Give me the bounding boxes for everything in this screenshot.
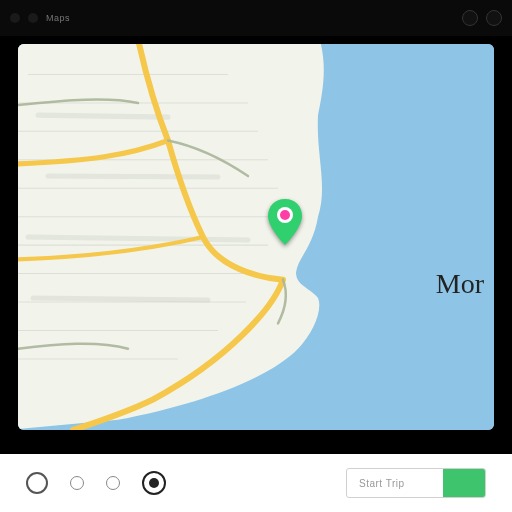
action-chip-accent bbox=[443, 469, 485, 497]
action-chip[interactable]: Start Trip bbox=[346, 468, 486, 498]
map-viewport[interactable]: Mor bbox=[18, 44, 494, 430]
svg-point-17 bbox=[280, 210, 290, 220]
nav-dot-3[interactable] bbox=[106, 476, 120, 490]
map-canvas[interactable] bbox=[18, 44, 494, 430]
map-pin[interactable] bbox=[268, 199, 302, 249]
window-control-dot[interactable] bbox=[28, 13, 38, 23]
toolbar-button[interactable] bbox=[462, 10, 478, 26]
nav-dot-1[interactable] bbox=[26, 472, 48, 494]
window-titlebar: Maps bbox=[0, 0, 512, 36]
svg-line-12 bbox=[38, 115, 168, 117]
toolbar-button[interactable] bbox=[486, 10, 502, 26]
nav-dot-2[interactable] bbox=[70, 476, 84, 490]
svg-line-15 bbox=[33, 298, 208, 300]
svg-line-13 bbox=[48, 176, 218, 177]
svg-line-14 bbox=[28, 237, 248, 240]
action-chip-label: Start Trip bbox=[347, 478, 443, 489]
nav-dot-active[interactable] bbox=[142, 471, 166, 495]
map-area-label: Mor bbox=[436, 268, 484, 300]
map-stage: Mor bbox=[0, 36, 512, 454]
tab-label: Maps bbox=[46, 13, 70, 23]
window-control-dot[interactable] bbox=[10, 13, 20, 23]
footer-toolbar: Start Trip bbox=[0, 454, 512, 512]
